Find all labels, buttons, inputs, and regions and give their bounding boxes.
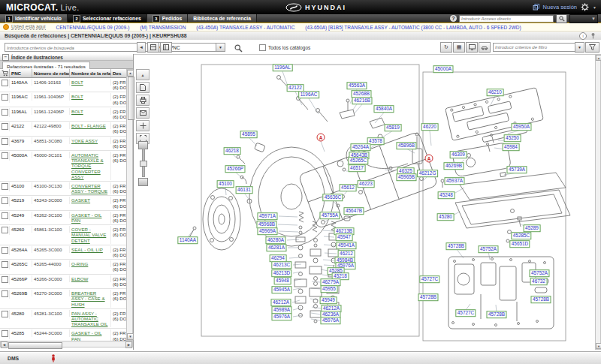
thumbnail-view-button[interactable] bbox=[147, 42, 159, 53]
table-row[interactable]: 4521945243-3C000GASKET(2) FR(6) DO bbox=[0, 196, 126, 210]
row-checkbox[interactable] bbox=[2, 212, 8, 219]
col-description[interactable]: Des bbox=[111, 69, 126, 77]
part-name-link[interactable]: GASKET bbox=[70, 197, 111, 203]
part-name-link[interactable]: GASKET - OIL PAN bbox=[70, 329, 111, 341]
row-checkbox[interactable] bbox=[2, 152, 8, 159]
part-name-link[interactable]: PAN ASSY - AUTOMATIC TRANSAXLE OIL bbox=[70, 310, 111, 328]
part-label[interactable]: 46279A bbox=[320, 278, 340, 286]
scroll-left-icon[interactable]: ◀ bbox=[1, 341, 8, 348]
part-label[interactable]: 46212A bbox=[270, 299, 291, 306]
part-name-link[interactable]: ELBOW bbox=[70, 275, 111, 282]
part-label[interactable]: 45643B bbox=[349, 152, 369, 159]
row-checkbox[interactable] bbox=[2, 330, 8, 337]
part-name-link[interactable]: BOLT bbox=[70, 108, 111, 115]
part-label[interactable]: 45612 bbox=[340, 184, 357, 191]
diagram-filter-input[interactable] bbox=[493, 43, 575, 52]
part-label[interactable]: 46212G bbox=[417, 170, 438, 177]
part-label[interactable]: 45752A bbox=[478, 245, 498, 253]
part-label[interactable]: 46325 bbox=[397, 167, 415, 175]
part-label[interactable]: 46280A bbox=[265, 236, 285, 244]
breadcrumb-group[interactable]: (43-450A) TRANSAXLE ASSY - AUTOMATIC bbox=[196, 25, 294, 30]
collapse-icon[interactable]: − bbox=[2, 54, 9, 61]
panel-vertical-scrollbar[interactable]: ▲ ▼ bbox=[126, 69, 133, 341]
part-label[interactable]: 45218 bbox=[332, 272, 349, 280]
screen-view-icon[interactable] bbox=[466, 42, 478, 53]
part-label[interactable]: 45937A bbox=[444, 177, 464, 185]
part-label[interactable]: 45728B bbox=[530, 296, 551, 303]
part-label[interactable]: 45840A bbox=[373, 105, 394, 113]
part-name-link[interactable]: BOLT bbox=[70, 93, 111, 100]
part-label[interactable]: 45727C bbox=[419, 275, 439, 283]
part-label[interactable]: 45948 bbox=[274, 277, 291, 284]
table-row[interactable]: 4528045281-3C100PAN ASSY - AUTOMATIC TRA… bbox=[0, 309, 126, 329]
part-label[interactable]: 46281A bbox=[266, 244, 286, 251]
part-name-link[interactable]: BOLT bbox=[70, 79, 111, 86]
part-label[interactable]: 45976A bbox=[335, 262, 355, 269]
part-label[interactable]: 45728B bbox=[445, 242, 466, 250]
zoom-thumb[interactable] bbox=[140, 161, 147, 167]
row-checkbox[interactable] bbox=[2, 311, 8, 317]
scroll-right-icon[interactable]: ▶ bbox=[125, 341, 132, 348]
table-row[interactable]: 4367945851-3C080YOKE ASSY(2) FR(6) DO bbox=[0, 137, 126, 151]
row-checkbox[interactable] bbox=[2, 261, 8, 268]
part-label[interactable]: 45264A bbox=[350, 143, 370, 151]
shortcut-search-button[interactable] bbox=[556, 14, 567, 23]
search-go-icon[interactable] bbox=[234, 44, 243, 53]
part-label[interactable]: 45000A bbox=[433, 65, 453, 73]
table-row[interactable]: 1140AA11406-10163BOLT(2) FR(6) DO bbox=[0, 78, 126, 92]
part-name-link[interactable]: AUTOMATIC TRANSAXLE & TORQUE CONVERTER A… bbox=[70, 152, 111, 180]
zoom-slider[interactable] bbox=[138, 141, 147, 185]
gear-caret-icon[interactable]: ▼ bbox=[593, 5, 596, 10]
row-checkbox[interactable] bbox=[2, 247, 8, 254]
part-label[interactable]: 45819 bbox=[385, 124, 402, 131]
help-icon[interactable]: ? bbox=[450, 15, 457, 22]
table-row[interactable]: 45264A45265-3C000SEAL - OIL LIP(2) FR(6)… bbox=[0, 245, 126, 260]
scroll-up-icon[interactable]: ▲ bbox=[127, 70, 134, 77]
part-label[interactable]: 45739A bbox=[506, 166, 527, 173]
part-label[interactable]: 46210 bbox=[487, 89, 504, 96]
table-row[interactable]: 1196AC11961-10406PBOLT(2) FR(6) DO bbox=[0, 92, 126, 107]
part-label[interactable]: 45947 bbox=[336, 233, 353, 241]
shortcut-input[interactable] bbox=[459, 15, 554, 23]
part-label[interactable]: 45268B bbox=[351, 90, 371, 98]
part-label[interactable]: 42122 bbox=[287, 84, 304, 92]
part-label[interactable]: 45955 bbox=[321, 285, 338, 293]
part-label[interactable]: 45965B bbox=[396, 173, 416, 181]
part-label[interactable]: 45941A bbox=[336, 242, 356, 249]
panel-horizontal-scrollbar[interactable]: ◀ ▶ bbox=[0, 341, 133, 347]
scroll-down-icon[interactable]: ▼ bbox=[596, 343, 601, 349]
col-part-number[interactable]: Número de refacc bbox=[32, 69, 70, 77]
part-label[interactable]: 45727C bbox=[455, 309, 476, 317]
row-checkbox[interactable] bbox=[2, 227, 8, 233]
diagram-vertical-scrollbar[interactable]: ▲ ▼ bbox=[595, 54, 601, 350]
part-label[interactable]: 46218 bbox=[224, 147, 241, 155]
part-label[interactable]: 46269B bbox=[443, 162, 464, 170]
part-label[interactable]: 45895 bbox=[240, 131, 258, 138]
part-label[interactable]: 45755A bbox=[319, 212, 340, 219]
part-label[interactable]: 46732 bbox=[530, 278, 548, 285]
part-name-link[interactable]: SEAL - OIL LIP bbox=[70, 246, 111, 253]
print-icon[interactable] bbox=[136, 95, 149, 106]
tab-seleccionar-refacciones[interactable]: 2 Seleccionar refacciones bbox=[68, 14, 147, 23]
table-row[interactable]: 45266P45266-3C000ELBOW(2) FR(6) DO bbox=[0, 275, 126, 289]
row-checkbox[interactable] bbox=[2, 290, 8, 297]
tab-identificar-vehiculo[interactable]: 1 Identificar vehículo bbox=[0, 14, 68, 23]
breadcrumb-section[interactable]: (M) TRANSMISSION bbox=[140, 25, 186, 30]
part-label[interactable]: 45969A bbox=[257, 227, 277, 235]
scroll-up-icon[interactable]: ▲ bbox=[596, 55, 601, 61]
table-row[interactable]: 4524945262-3C100GASKET - OIL PAN(2) FR(6… bbox=[0, 211, 126, 225]
part-label[interactable]: 45100 bbox=[217, 180, 234, 188]
part-name-link[interactable]: O-RING bbox=[70, 260, 111, 267]
zoom-out-button[interactable] bbox=[138, 178, 148, 186]
part-name-link[interactable]: COVER - MANUAL VALVE DETENT bbox=[70, 226, 111, 244]
part-label[interactable]: 45968B bbox=[256, 221, 276, 228]
tab-pedidos[interactable]: 3 Pedidos bbox=[147, 14, 188, 23]
col-pnc[interactable]: PNC bbox=[10, 69, 32, 77]
table-row[interactable]: 4510045100-3C130CONVERTER ASSY - TORQUE(… bbox=[0, 182, 126, 196]
part-label[interactable]: 45949 bbox=[320, 296, 337, 304]
part-label[interactable]: 46131 bbox=[236, 186, 253, 194]
part-label[interactable]: 46212A bbox=[321, 305, 341, 312]
part-label[interactable]: 45265C bbox=[348, 157, 368, 164]
breadcrumb-vehicle[interactable]: CENTENNIAL/EQUUS 09 (2009-) bbox=[56, 25, 130, 30]
part-name-link[interactable]: BOLT - FLANGE bbox=[70, 122, 111, 129]
